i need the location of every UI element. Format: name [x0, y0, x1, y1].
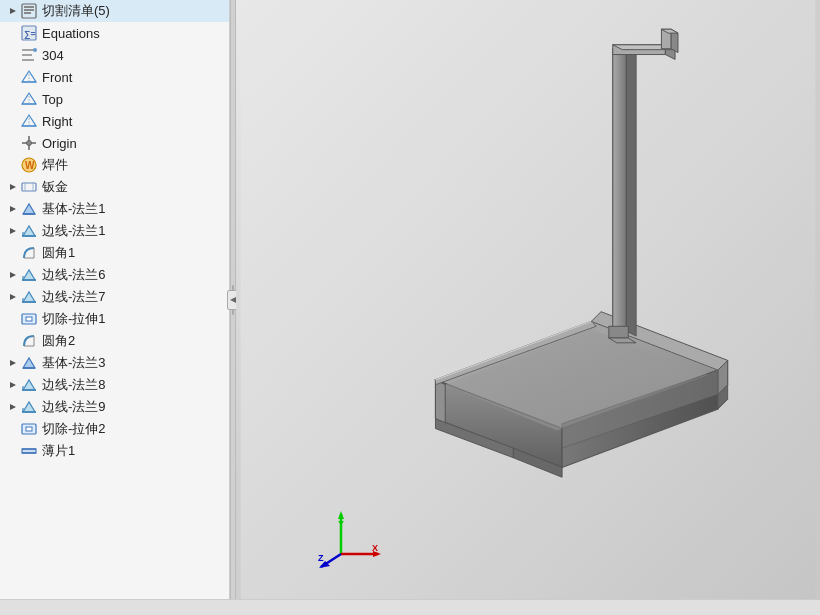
tree-icon-equations: ∑=: [20, 24, 38, 42]
tree-arrow-equations[interactable]: [6, 26, 20, 40]
svg-rect-26: [22, 183, 36, 191]
tree-item-edge-flange6[interactable]: 边线-法兰6: [0, 264, 229, 286]
tree-item-sheetmetal[interactable]: 钣金: [0, 176, 229, 198]
tree-icon-front: [20, 68, 38, 86]
tree-item-edge-flange1[interactable]: 边线-法兰1: [0, 220, 229, 242]
tree-label-right: Right: [42, 114, 72, 129]
axes-indicator: Y X Z: [316, 509, 386, 569]
tree-icon-edge-flange1: [20, 222, 38, 240]
svg-text:Z: Z: [318, 553, 324, 563]
tree-arrow-fillet1[interactable]: [6, 246, 20, 260]
tree-icon-edge-flange8: [20, 376, 38, 394]
viewport-panel: MF 沐风网 www.mfcad.com: [236, 0, 820, 599]
tree-arrow-edge-flange8[interactable]: [6, 378, 20, 392]
tree-item-edge-flange9[interactable]: 边线-法兰9: [0, 396, 229, 418]
tree-item-base-flange3[interactable]: 基体-法兰3: [0, 352, 229, 374]
svg-marker-58: [23, 402, 35, 412]
tree-arrow-thin1[interactable]: [6, 444, 20, 458]
tree-item-right[interactable]: Right: [0, 110, 229, 132]
tree-item-cut-extrude2[interactable]: 切除-拉伸2: [0, 418, 229, 440]
tree-item-fillet1[interactable]: 圆角1: [0, 242, 229, 264]
tree-label-equations: Equations: [42, 26, 100, 41]
tree-label-edge-flange8: 边线-法兰8: [42, 376, 106, 394]
tree-label-thin1: 薄片1: [42, 442, 75, 460]
tree-label-origin: Origin: [42, 136, 77, 151]
tree-item-cut-list[interactable]: 切割清单(5): [0, 0, 229, 22]
svg-marker-38: [10, 272, 16, 278]
tree-arrow-right[interactable]: [6, 114, 20, 128]
svg-text:Y: Y: [338, 519, 344, 529]
tree-arrow-cut-extrude2[interactable]: [6, 422, 20, 436]
tree-item-edge-flange8[interactable]: 边线-法兰8: [0, 374, 229, 396]
svg-marker-42: [10, 294, 16, 300]
tree-arrow-edge-flange7[interactable]: [6, 290, 20, 304]
svg-rect-62: [26, 427, 32, 431]
tree-label-304: 304: [42, 48, 64, 63]
tree-arrow-sheetmetal[interactable]: [6, 180, 20, 194]
svg-marker-33: [23, 226, 35, 236]
tree-icon-cut-list: [20, 2, 38, 20]
svg-text:W: W: [25, 160, 35, 171]
tree-arrow-origin[interactable]: [6, 136, 20, 150]
svg-rect-2: [24, 6, 34, 8]
svg-marker-43: [23, 292, 35, 302]
svg-rect-4: [24, 12, 31, 14]
svg-rect-82: [609, 326, 628, 338]
svg-marker-80: [626, 49, 636, 336]
tree-icon-fillet1: [20, 244, 38, 262]
tree-label-edge-flange9: 边线-法兰9: [42, 398, 106, 416]
tree-item-edge-flange7[interactable]: 边线-法兰7: [0, 286, 229, 308]
tree-item-origin[interactable]: Origin: [0, 132, 229, 154]
tree-item-base-flange1[interactable]: 基体-法兰1: [0, 198, 229, 220]
bottom-scrollbar: [0, 599, 820, 615]
tree-item-equations[interactable]: ∑=Equations: [0, 22, 229, 44]
tree-arrow-weld[interactable]: [6, 158, 20, 172]
tree-item-304[interactable]: 304: [0, 44, 229, 66]
main-container: 切割清单(5)∑=Equations304FrontTopRightOrigin…: [0, 0, 820, 599]
tree-arrow-edge-flange1[interactable]: [6, 224, 20, 238]
tree-item-top[interactable]: Top: [0, 88, 229, 110]
tree-icon-base-flange3: [20, 354, 38, 372]
svg-marker-50: [10, 360, 16, 366]
tree-label-cut-extrude1: 切除-拉伸1: [42, 310, 106, 328]
tree-label-edge-flange1: 边线-法兰1: [42, 222, 106, 240]
tree-item-fillet2[interactable]: 圆角2: [0, 330, 229, 352]
svg-rect-3: [24, 9, 34, 11]
tree-icon-cut-extrude1: [20, 310, 38, 328]
tree-arrow-top[interactable]: [6, 92, 20, 106]
tree-label-base-flange1: 基体-法兰1: [42, 200, 106, 218]
tree-icon-right: [20, 112, 38, 130]
tree-item-front[interactable]: Front: [0, 66, 229, 88]
svg-text:∑=: ∑=: [24, 29, 36, 39]
tree-label-fillet2: 圆角2: [42, 332, 75, 350]
svg-marker-93: [338, 511, 344, 519]
tree-arrow-304[interactable]: [6, 48, 20, 62]
svg-marker-70: [435, 380, 445, 424]
svg-marker-29: [10, 206, 16, 212]
tree-item-thin1[interactable]: 薄片1: [0, 440, 229, 462]
tree-arrow-edge-flange6[interactable]: [6, 268, 20, 282]
tree-arrow-base-flange3[interactable]: [6, 356, 20, 370]
svg-text:X: X: [372, 543, 378, 553]
tree-label-fillet1: 圆角1: [42, 244, 75, 262]
tree-icon-304: [20, 46, 38, 64]
tree-label-base-flange3: 基体-法兰3: [42, 354, 106, 372]
tree-arrow-front[interactable]: [6, 70, 20, 84]
tree-arrow-edge-flange9[interactable]: [6, 400, 20, 414]
tree-item-weld[interactable]: W焊件: [0, 154, 229, 176]
tree-arrow-base-flange1[interactable]: [6, 202, 20, 216]
svg-rect-79: [613, 49, 627, 331]
svg-point-10: [33, 48, 37, 52]
tree-label-top: Top: [42, 92, 63, 107]
tree-arrow-cut-extrude1[interactable]: [6, 312, 20, 326]
svg-rect-47: [26, 317, 32, 321]
svg-marker-0: [10, 8, 16, 14]
tree-icon-sheetmetal: [20, 178, 38, 196]
tree-arrow-fillet2[interactable]: [6, 334, 20, 348]
tree-item-cut-extrude1[interactable]: 切除-拉伸1: [0, 308, 229, 330]
tree-arrow-cut-list[interactable]: [6, 4, 20, 18]
tree-icon-edge-flange7: [20, 288, 38, 306]
tree-icon-thin1: [20, 442, 38, 460]
tree-label-front: Front: [42, 70, 72, 85]
tree-icon-cut-extrude2: [20, 420, 38, 438]
